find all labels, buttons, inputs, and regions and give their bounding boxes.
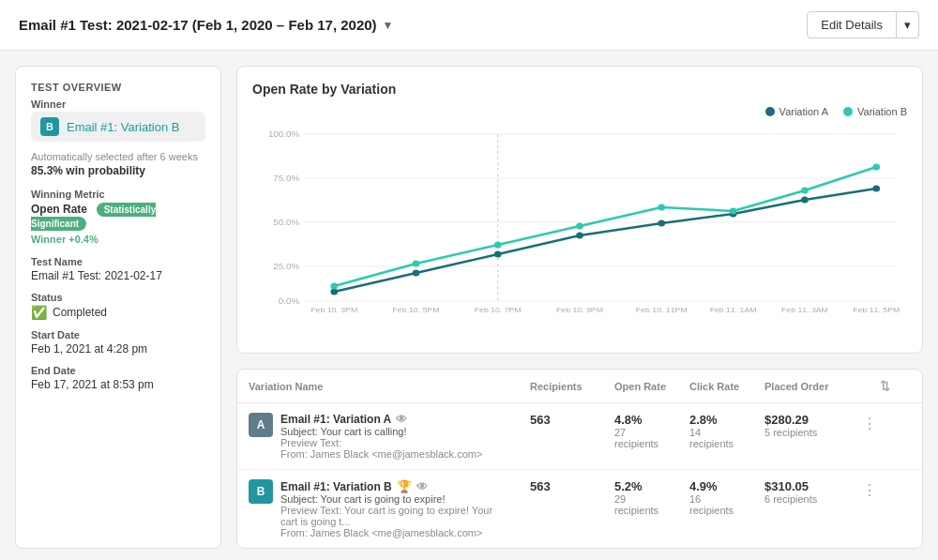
col-header-variation: Variation Name — [237, 370, 519, 403]
variation-b-letter: B — [249, 479, 273, 504]
left-panel: Test Overview Winner B Email #1: Variati… — [15, 66, 221, 549]
variation-table: Variation Name Recipients Open Rate Clic… — [237, 370, 922, 548]
variation-b-openrate: 5.2% 29 recipients — [603, 470, 678, 549]
svg-point-21 — [494, 251, 502, 258]
svg-point-26 — [872, 186, 880, 192]
page-title: Email #1 Test: 2021-02-17 (Feb 1, 2020 –… — [19, 17, 394, 33]
trophy-icon-b: 🏆 — [397, 479, 412, 493]
legend-label-a: Variation A — [779, 106, 828, 117]
metric-row: Open Rate Statistically Significant — [31, 202, 205, 230]
variation-b-cell: B Email #1: Variation B 🏆 👁 Subject: You… — [237, 470, 519, 549]
winner-badge: B Email #1: Variation B — [31, 112, 205, 142]
eye-icon-a[interactable]: 👁 — [396, 413, 407, 426]
svg-point-27 — [330, 283, 338, 290]
variation-a-subject: Subject: Your cart is calling! — [280, 426, 507, 437]
table-card: Variation Name Recipients Open Rate Clic… — [236, 369, 923, 549]
svg-point-28 — [413, 261, 420, 267]
end-date-value: Feb 17, 2021 at 8:53 pm — [31, 378, 205, 391]
edit-details-button[interactable]: Edit Details — [807, 11, 897, 38]
winner-plus: Winner +0.4% — [31, 234, 205, 245]
svg-text:Feb 11, 1AM: Feb 11, 1AM — [710, 305, 757, 312]
variation-b-menu-button[interactable]: ⋮ — [858, 479, 881, 501]
variation-a-title: Email #1: Variation A 👁 — [280, 413, 507, 426]
eye-icon-b[interactable]: 👁 — [416, 480, 428, 493]
variation-b-from: From: James Black <me@jamesblack.com> — [280, 527, 507, 538]
svg-point-20 — [413, 270, 420, 277]
col-header-openrate: Open Rate — [603, 370, 678, 403]
win-probability: 85.3% win probability — [31, 164, 205, 177]
test-name-value: Email #1 Test: 2021-02-17 — [31, 269, 205, 282]
svg-text:Feb 10, 11PM: Feb 10, 11PM — [636, 305, 688, 312]
variation-a-menu-button[interactable]: ⋮ — [858, 413, 881, 434]
right-panel: Open Rate by Variation Variation A Varia… — [236, 66, 923, 549]
variation-b-subject: Subject: Your cart is going to expire! — [280, 493, 507, 505]
svg-text:75.0%: 75.0% — [273, 173, 299, 183]
svg-text:50.0%: 50.0% — [273, 217, 299, 227]
test-overview-label: Test Overview — [31, 82, 205, 93]
svg-point-30 — [576, 223, 583, 230]
col-header-icons: ⇅ — [847, 370, 922, 403]
end-date-label: End Date — [31, 365, 205, 376]
legend-dot-a — [765, 107, 775, 116]
variation-a-letter: A — [249, 413, 273, 437]
winner-name: Email #1: Variation B — [67, 120, 179, 134]
variation-a-placed: $280.29 5 recipients — [753, 403, 847, 470]
start-date-value: Feb 1, 2021 at 4:28 pm — [31, 342, 205, 356]
title-dropdown-icon[interactable]: ▼ — [383, 19, 394, 32]
top-actions: Edit Details ▾ — [807, 11, 919, 38]
variation-b-recipients: 563 — [519, 470, 603, 549]
svg-point-29 — [494, 242, 502, 249]
variation-b-actions: ⋮ — [847, 470, 922, 549]
variation-b-clickrate: 4.9% 16 recipients — [678, 470, 753, 549]
variation-b-placed: $310.05 6 recipients — [753, 470, 847, 549]
edit-details-caret-button[interactable]: ▾ — [897, 11, 919, 38]
table-row: B Email #1: Variation B 🏆 👁 Subject: You… — [237, 470, 922, 549]
legend-label-b: Variation B — [857, 106, 907, 117]
line-chart-svg: 100.0% 75.0% 50.0% 25.0% 0.0% Feb 10, 3P… — [252, 125, 907, 312]
svg-text:Feb 10, 5PM: Feb 10, 5PM — [393, 305, 440, 312]
chart-area: 100.0% 75.0% 50.0% 25.0% 0.0% Feb 10, 3P… — [252, 125, 907, 312]
svg-text:Feb 10, 9PM: Feb 10, 9PM — [556, 305, 603, 312]
status-label: Status — [31, 292, 205, 303]
svg-point-19 — [330, 289, 338, 295]
variation-a-actions: ⋮ — [847, 403, 922, 470]
status-value: Completed — [53, 306, 107, 319]
test-name-label: Test Name — [31, 256, 205, 267]
winning-metric-label: Winning Metric — [31, 189, 205, 200]
svg-text:100.0%: 100.0% — [268, 129, 300, 139]
svg-point-33 — [801, 188, 809, 194]
svg-text:Feb 10, 7PM: Feb 10, 7PM — [475, 305, 522, 312]
col-header-recipients: Recipients — [519, 370, 603, 403]
auto-selected-text: Automatically selected after 6 weeks — [31, 151, 205, 162]
svg-point-32 — [730, 208, 737, 215]
svg-text:25.0%: 25.0% — [273, 261, 299, 271]
chart-title: Open Rate by Variation — [252, 82, 907, 97]
col-header-placed: Placed Order — [753, 370, 847, 403]
svg-point-23 — [658, 220, 665, 227]
svg-point-34 — [872, 164, 880, 171]
col-header-clickrate: Click Rate — [678, 370, 753, 403]
table-row: A Email #1: Variation A 👁 Subject: Your … — [237, 403, 922, 470]
status-row: ✅ Completed — [31, 305, 205, 320]
svg-text:Feb 11, 5PM: Feb 11, 5PM — [853, 305, 900, 312]
chart-legend: Variation A Variation B — [252, 106, 907, 117]
variation-a-recipients: 563 — [519, 403, 603, 470]
svg-text:0.0%: 0.0% — [279, 295, 300, 306]
variation-b-title: Email #1: Variation B 🏆 👁 — [280, 479, 507, 493]
variation-a-from: From: James Black <me@jamesblack.com> — [280, 448, 507, 460]
svg-text:Feb 11, 3AM: Feb 11, 3AM — [781, 305, 828, 312]
winner-letter: B — [40, 117, 59, 136]
legend-dot-b — [843, 107, 853, 116]
metric-name: Open Rate — [31, 203, 87, 216]
variation-a-cell: A Email #1: Variation A 👁 Subject: Your … — [237, 403, 519, 470]
svg-point-31 — [658, 204, 665, 211]
start-date-label: Start Date — [31, 329, 205, 341]
svg-text:Feb 10, 3PM: Feb 10, 3PM — [310, 305, 357, 312]
legend-item-b: Variation B — [843, 106, 907, 117]
legend-item-a: Variation A — [765, 106, 828, 117]
winner-label: Winner — [31, 98, 205, 110]
sort-icon[interactable]: ⇅ — [880, 379, 890, 393]
variation-a-info: Email #1: Variation A 👁 Subject: Your ca… — [280, 413, 507, 460]
variation-a-clickrate: 2.8% 14 recipients — [678, 403, 753, 470]
svg-point-25 — [801, 197, 809, 204]
